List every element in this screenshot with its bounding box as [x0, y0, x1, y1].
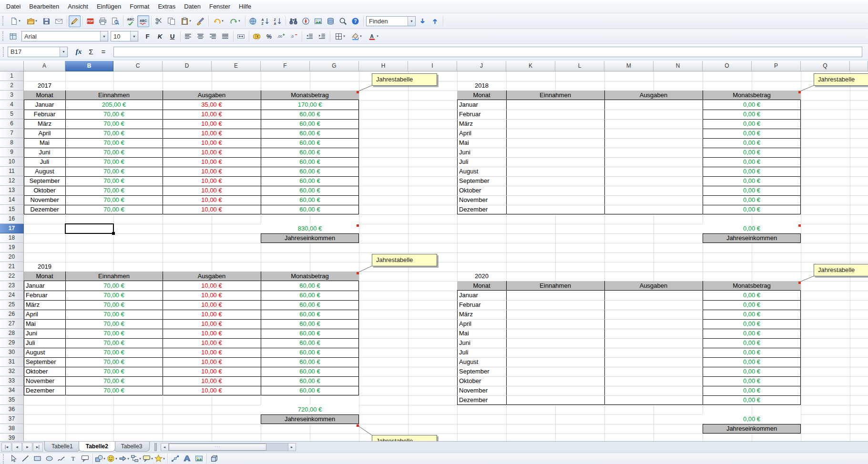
- symbol-shapes-button[interactable]: ▾: [106, 454, 118, 464]
- menu-ansicht[interactable]: Ansicht: [63, 1, 92, 12]
- row-header-3[interactable]: 3: [0, 91, 24, 100]
- cell-ausgaben[interactable]: 10,00 €: [163, 110, 261, 119]
- table-2019-header-einnahmen[interactable]: Einnahmen: [65, 272, 163, 281]
- row-header-19[interactable]: 19: [0, 243, 24, 252]
- row-header-5[interactable]: 5: [0, 110, 24, 119]
- cell-monatsbetrag[interactable]: 60,00 €: [261, 138, 359, 148]
- italic-button[interactable]: K: [154, 30, 166, 42]
- cell-monatsbetrag[interactable]: 0,00 €: [703, 176, 801, 186]
- cell-month[interactable]: Dezember: [24, 205, 65, 214]
- table-2019-header-monatsbetrag[interactable]: Monatsbetrag: [261, 272, 359, 281]
- cell-month[interactable]: Oktober: [24, 186, 65, 195]
- auto-spellcheck-button[interactable]: ABC: [137, 15, 149, 27]
- column-header-n[interactable]: N: [654, 61, 703, 71]
- cell-monatsbetrag[interactable]: 0,00 €: [703, 386, 801, 395]
- cell-einnahmen[interactable]: 70,00 €: [65, 281, 163, 291]
- bold-button[interactable]: F: [142, 30, 153, 42]
- stars-button[interactable]: ▾: [154, 454, 165, 464]
- cell-einnahmen[interactable]: 70,00 €: [65, 291, 163, 300]
- cell-einnahmen[interactable]: 70,00 €: [65, 110, 163, 119]
- table-2018-header-monat[interactable]: Monat: [457, 91, 506, 100]
- cell-einnahmen[interactable]: 70,00 €: [65, 376, 163, 386]
- cell-month[interactable]: Juni: [24, 329, 65, 338]
- cell-ausgaben[interactable]: 10,00 €: [163, 348, 261, 357]
- undo-button[interactable]: ▾: [210, 15, 226, 27]
- table-2017-header-ausgaben[interactable]: Ausgaben: [163, 91, 261, 100]
- cell-sum-label[interactable]: Jahreseinkommen: [261, 233, 359, 243]
- cell-einnahmen[interactable]: 70,00 €: [65, 310, 163, 319]
- cell-ausgaben[interactable]: 10,00 €: [163, 205, 261, 214]
- cell-month[interactable]: September: [24, 357, 65, 367]
- row-header-13[interactable]: 13: [0, 186, 24, 195]
- cell-ausgaben[interactable]: 10,00 €: [163, 138, 261, 148]
- cell-monatsbetrag[interactable]: 0,00 €: [703, 329, 801, 338]
- row-header-20[interactable]: 20: [0, 252, 24, 262]
- block-arrows-dropdown-icon[interactable]: ▾: [127, 457, 129, 461]
- cell-monatsbetrag[interactable]: 60,00 €: [261, 205, 359, 214]
- fontwork-gallery-button[interactable]: [181, 454, 193, 464]
- cell-year[interactable]: 2020: [457, 272, 506, 281]
- cell-month[interactable]: Januar: [457, 100, 506, 110]
- cell-month[interactable]: August: [24, 348, 65, 357]
- cell-monatsbetrag[interactable]: 60,00 €: [261, 348, 359, 357]
- row-header-7[interactable]: 7: [0, 129, 24, 138]
- cell-year[interactable]: 2019: [24, 262, 65, 272]
- sheet-nav-previous-sheet[interactable]: ◂: [12, 443, 22, 452]
- row-header-29[interactable]: 29: [0, 338, 24, 348]
- row-header-32[interactable]: 32: [0, 367, 24, 376]
- font-name-dropdown-icon[interactable]: ▼: [100, 31, 108, 41]
- cell-monatsbetrag[interactable]: 0,00 €: [703, 157, 801, 167]
- cell-einnahmen[interactable]: 70,00 €: [65, 157, 163, 167]
- cell-monatsbetrag[interactable]: 0,00 €: [703, 395, 801, 405]
- cell-einnahmen[interactable]: 70,00 €: [65, 205, 163, 214]
- edit-points-button[interactable]: [169, 454, 181, 464]
- table-2017-header-monat[interactable]: Monat: [24, 91, 65, 100]
- paste-dropdown-icon[interactable]: ▾: [189, 19, 191, 23]
- cell-month[interactable]: Dezember: [24, 386, 65, 395]
- borders-dropdown-icon[interactable]: ▾: [343, 34, 345, 38]
- comment-box[interactable]: Jahrestabelle: [372, 73, 437, 86]
- basic-shapes-button[interactable]: ▾: [94, 454, 106, 464]
- cell-einnahmen[interactable]: 70,00 €: [65, 338, 163, 348]
- cell-einnahmen[interactable]: 205,00 €: [65, 100, 163, 110]
- select-all-corner[interactable]: [0, 61, 24, 71]
- row-header-27[interactable]: 27: [0, 319, 24, 329]
- cell-ausgaben[interactable]: 10,00 €: [163, 186, 261, 195]
- row-header-37[interactable]: 37: [0, 414, 24, 424]
- row-header-18[interactable]: 18: [0, 233, 24, 243]
- column-header-b[interactable]: B: [65, 61, 113, 71]
- column-header-m[interactable]: M: [604, 61, 654, 71]
- number-format-add-decimal-button[interactable]: ,00: [276, 30, 287, 42]
- cell-ausgaben[interactable]: 10,00 €: [163, 310, 261, 319]
- column-header-j[interactable]: J: [457, 61, 506, 71]
- cell-einnahmen[interactable]: 70,00 €: [65, 138, 163, 148]
- select-button[interactable]: [8, 454, 19, 464]
- cell-month[interactable]: April: [24, 310, 65, 319]
- menu-fenster[interactable]: Fenster: [205, 1, 235, 12]
- cell-grid[interactable]: MonatEinnahmenAusgabenMonatsbetragJanuar…: [24, 71, 868, 441]
- column-header-g[interactable]: G: [310, 61, 359, 71]
- help-button[interactable]: ?: [349, 15, 361, 27]
- cell-einnahmen[interactable]: 70,00 €: [65, 357, 163, 367]
- align-center-button[interactable]: [194, 30, 206, 42]
- sum-button[interactable]: Σ: [85, 46, 97, 58]
- new-document-button[interactable]: ▾: [7, 15, 23, 27]
- cell-month[interactable]: Dezember: [457, 395, 506, 405]
- row-header-23[interactable]: 23: [0, 281, 24, 291]
- comment-box[interactable]: Jahrestabelle: [372, 254, 437, 266]
- spellcheck-button[interactable]: ABC: [125, 15, 137, 27]
- cell-monatsbetrag[interactable]: 0,00 €: [703, 376, 801, 386]
- cell-ausgaben[interactable]: 10,00 €: [163, 329, 261, 338]
- menu-datei[interactable]: Datei: [2, 1, 25, 12]
- cell-month[interactable]: Juli: [457, 348, 506, 357]
- cell-month[interactable]: Februar: [24, 291, 65, 300]
- row-header-28[interactable]: 28: [0, 329, 24, 338]
- scroll-left-button[interactable]: ◂: [161, 443, 169, 451]
- copy-button[interactable]: [165, 15, 177, 27]
- align-justified-button[interactable]: [219, 30, 231, 42]
- cell-einnahmen[interactable]: 70,00 €: [65, 348, 163, 357]
- function-wizard-button[interactable]: fx: [72, 46, 85, 58]
- cell-month[interactable]: Dezember: [457, 205, 506, 214]
- menu-daten[interactable]: Daten: [180, 1, 205, 12]
- comment-box[interactable]: Jahrestabelle: [814, 73, 868, 86]
